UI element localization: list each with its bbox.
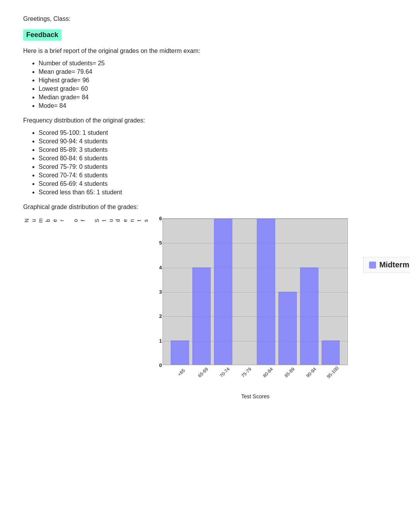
freq-list: Scored 95-100: 1 studentScored 90-94: 4 … bbox=[39, 129, 387, 196]
x-tick-label: <65 bbox=[173, 364, 190, 381]
x-tick-label: 85-89 bbox=[281, 364, 298, 381]
x-labels: <6565-6970-7475-7980-8485-8990-9495-100 bbox=[163, 367, 348, 376]
freq-item: Scored 80-84: 6 students bbox=[39, 155, 387, 162]
freq-item: Scored less than 65: 1 student bbox=[39, 189, 387, 196]
y-tick-label: 3 bbox=[159, 289, 162, 295]
stats-item: Mean grade= 79.64 bbox=[39, 68, 387, 75]
y-tick-label: 2 bbox=[159, 313, 162, 319]
chart-bar bbox=[278, 292, 297, 365]
freq-item: Scored 65-69: 4 students bbox=[39, 180, 387, 187]
stats-item: Highest grade= 96 bbox=[39, 77, 387, 84]
x-tick-label: 95-100 bbox=[324, 364, 341, 381]
stats-item: Lowest grade= 60 bbox=[39, 85, 387, 92]
chart-bar bbox=[322, 340, 340, 365]
x-tick-label: 70-74 bbox=[216, 364, 233, 381]
chart-bar bbox=[192, 267, 211, 365]
intro-text: Here is a brief report of the original g… bbox=[23, 48, 387, 54]
freq-item: Scored 70-74: 6 students bbox=[39, 172, 387, 179]
chart-bar bbox=[300, 267, 319, 365]
legend-text: Midterm bbox=[379, 260, 409, 269]
y-tick-label: 5 bbox=[159, 240, 162, 246]
x-tick-label: 90-94 bbox=[303, 364, 320, 381]
x-tick-label: 65-69 bbox=[195, 364, 212, 381]
freq-item: Scored 90-94: 4 students bbox=[39, 138, 387, 145]
chart-area: <6565-6970-7475-7980-8485-8990-9495-100 … bbox=[163, 218, 348, 399]
y-tick-label: 6 bbox=[159, 216, 162, 221]
chart-grid-and-bars bbox=[163, 218, 348, 365]
stats-item: Number of students= 25 bbox=[39, 60, 387, 67]
y-labels-col: 6543210 bbox=[151, 218, 163, 365]
y-tick-label: 1 bbox=[159, 338, 162, 343]
chart-bar bbox=[257, 219, 275, 365]
stats-item: Median grade= 84 bbox=[39, 94, 387, 101]
freq-title: Frequency distribution of the original g… bbox=[23, 117, 387, 124]
x-tick-label: 80-84 bbox=[259, 364, 276, 381]
freq-item: Scored 85-89: 3 students bbox=[39, 146, 387, 153]
chart-bar bbox=[171, 340, 189, 365]
legend-color-box bbox=[369, 262, 376, 269]
greeting-text: Greetings, Class: bbox=[23, 15, 387, 22]
graph-title: Graphical grade distribution of the grad… bbox=[23, 204, 387, 211]
freq-item: Scored 75-79: 0 students bbox=[39, 163, 387, 170]
bars-wrapper bbox=[163, 219, 347, 365]
freq-item: Scored 95-100: 1 student bbox=[39, 129, 387, 136]
legend-container: Midterm bbox=[363, 257, 410, 273]
legend-item: Midterm bbox=[363, 257, 410, 273]
chart-container: N u m b e r o f S t u d e n t s 6543210 … bbox=[23, 218, 387, 399]
x-axis-title: Test Scores bbox=[163, 393, 348, 399]
stats-list: Number of students= 25Mean grade= 79.64H… bbox=[39, 60, 387, 109]
y-axis-label: N u m b e r o f S t u d e n t s bbox=[23, 218, 149, 231]
chart-bar bbox=[214, 219, 232, 365]
y-tick-label: 0 bbox=[159, 362, 162, 368]
y-tick-label: 4 bbox=[159, 264, 162, 270]
x-tick-label: 75-79 bbox=[238, 364, 255, 381]
stats-item: Mode= 84 bbox=[39, 102, 387, 109]
feedback-label: Feedback bbox=[23, 29, 61, 41]
